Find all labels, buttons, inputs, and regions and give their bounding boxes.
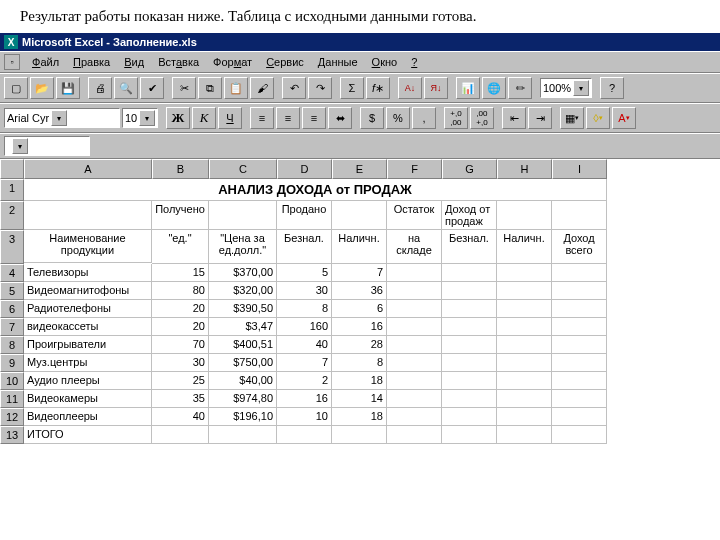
cell[interactable] <box>387 282 442 300</box>
cell[interactable] <box>552 264 607 282</box>
cell[interactable]: 16 <box>277 390 332 408</box>
preview-icon[interactable]: 🔍 <box>114 77 138 99</box>
cell[interactable] <box>387 408 442 426</box>
col-header[interactable]: B <box>152 159 209 179</box>
col-header[interactable]: C <box>209 159 277 179</box>
copy-icon[interactable]: ⧉ <box>198 77 222 99</box>
zoom-combo[interactable]: 100%▾ <box>540 78 592 98</box>
cell[interactable] <box>552 318 607 336</box>
cell[interactable]: 30 <box>152 354 209 372</box>
cell[interactable]: $370,00 <box>209 264 277 282</box>
col-header[interactable]: D <box>277 159 332 179</box>
cell[interactable] <box>497 354 552 372</box>
cell[interactable] <box>442 372 497 390</box>
cell[interactable]: Телевизоры <box>24 264 152 282</box>
cell[interactable]: 35 <box>152 390 209 408</box>
cell[interactable] <box>387 426 442 444</box>
cell[interactable]: 30 <box>277 282 332 300</box>
cell[interactable]: Проигрыватели <box>24 336 152 354</box>
cell[interactable]: Доход всего <box>552 230 607 264</box>
cell[interactable] <box>209 201 277 230</box>
worksheet-grid[interactable]: A B C D E F G H I 1 АНАЛИЗ ДОХОДА от ПРО… <box>0 159 720 444</box>
cell[interactable] <box>442 318 497 336</box>
row-header[interactable]: 2 <box>0 201 24 230</box>
title-cell[interactable]: АНАЛИЗ ДОХОДА от ПРОДАЖ <box>24 179 607 201</box>
cell[interactable] <box>552 300 607 318</box>
cell[interactable] <box>387 318 442 336</box>
currency-icon[interactable]: $ <box>360 107 384 129</box>
select-all-corner[interactable] <box>0 159 24 179</box>
italic-button[interactable]: К <box>192 107 216 129</box>
row-header[interactable]: 8 <box>0 336 24 354</box>
cell[interactable] <box>152 426 209 444</box>
redo-icon[interactable]: ↷ <box>308 77 332 99</box>
sum-icon[interactable]: Σ <box>340 77 364 99</box>
cell[interactable]: 70 <box>152 336 209 354</box>
cell[interactable] <box>552 282 607 300</box>
col-header[interactable]: E <box>332 159 387 179</box>
chart-icon[interactable]: 📊 <box>456 77 480 99</box>
cell[interactable] <box>277 426 332 444</box>
map-icon[interactable]: 🌐 <box>482 77 506 99</box>
chevron-down-icon[interactable]: ▾ <box>573 80 589 96</box>
cell[interactable]: 20 <box>152 300 209 318</box>
cell[interactable]: "ед." <box>152 230 209 264</box>
cell[interactable] <box>332 201 387 230</box>
cell[interactable]: Радиотелефоны <box>24 300 152 318</box>
cell[interactable]: Безнал. <box>442 230 497 264</box>
increase-indent-icon[interactable]: ⇥ <box>528 107 552 129</box>
new-icon[interactable]: ▢ <box>4 77 28 99</box>
cell[interactable] <box>552 354 607 372</box>
control-menu-icon[interactable]: ▫ <box>4 54 20 70</box>
cell[interactable] <box>387 264 442 282</box>
cell[interactable] <box>442 354 497 372</box>
cell[interactable] <box>497 300 552 318</box>
menu-format[interactable]: Формат <box>207 54 258 70</box>
align-right-icon[interactable]: ≡ <box>302 107 326 129</box>
cell[interactable]: 5 <box>277 264 332 282</box>
cell[interactable] <box>497 336 552 354</box>
cell[interactable]: $196,10 <box>209 408 277 426</box>
col-header[interactable]: I <box>552 159 607 179</box>
row-header[interactable]: 13 <box>0 426 24 444</box>
drawing-icon[interactable]: ✏ <box>508 77 532 99</box>
paste-icon[interactable]: 📋 <box>224 77 248 99</box>
cell[interactable] <box>497 408 552 426</box>
cell[interactable]: Аудио плееры <box>24 372 152 390</box>
cell[interactable]: Доход от продаж <box>442 201 497 230</box>
menu-window[interactable]: Окно <box>366 54 404 70</box>
font-size-combo[interactable]: 10▾ <box>122 108 158 128</box>
open-icon[interactable]: 📂 <box>30 77 54 99</box>
increase-decimal-icon[interactable]: +,0,00 <box>444 107 468 129</box>
cell[interactable] <box>497 318 552 336</box>
cell[interactable] <box>387 336 442 354</box>
cell[interactable]: Наименование продукции <box>24 230 152 263</box>
underline-button[interactable]: Ч <box>218 107 242 129</box>
row-header[interactable]: 7 <box>0 318 24 336</box>
cell[interactable] <box>387 390 442 408</box>
cell[interactable] <box>24 201 152 230</box>
cell[interactable]: 36 <box>332 282 387 300</box>
cell[interactable] <box>552 201 607 230</box>
row-header[interactable]: 3 <box>0 230 24 264</box>
cell[interactable]: 160 <box>277 318 332 336</box>
cell[interactable]: Остаток <box>387 201 442 230</box>
name-box[interactable]: ▾ <box>4 136 90 156</box>
cell[interactable] <box>387 372 442 390</box>
decrease-decimal-icon[interactable]: ,00+,0 <box>470 107 494 129</box>
row-header[interactable]: 5 <box>0 282 24 300</box>
function-icon[interactable]: f∗ <box>366 77 390 99</box>
col-header[interactable]: F <box>387 159 442 179</box>
col-header[interactable]: A <box>24 159 152 179</box>
cell[interactable]: Получено <box>152 201 209 230</box>
menu-edit[interactable]: Правка <box>67 54 116 70</box>
cell[interactable] <box>497 282 552 300</box>
borders-icon[interactable]: ▦▾ <box>560 107 584 129</box>
cell[interactable]: Видеомагнитофоны <box>24 282 152 300</box>
cell[interactable]: 7 <box>277 354 332 372</box>
cell[interactable] <box>552 408 607 426</box>
chevron-down-icon[interactable]: ▾ <box>12 138 28 154</box>
cell[interactable]: Видеоплееры <box>24 408 152 426</box>
chevron-down-icon[interactable]: ▾ <box>51 110 67 126</box>
cell[interactable] <box>497 201 552 230</box>
